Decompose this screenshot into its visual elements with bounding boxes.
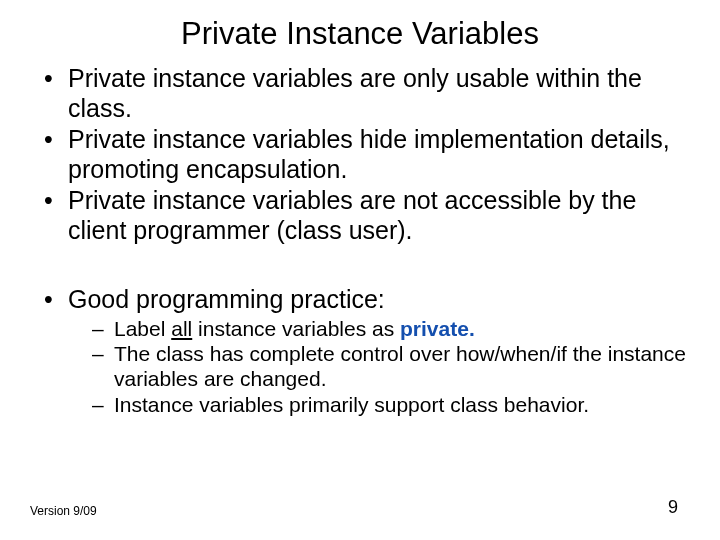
underline-text: all xyxy=(171,317,192,340)
footer-version: Version 9/09 xyxy=(30,504,97,518)
sub-text: Instance variables primarily support cla… xyxy=(114,393,589,416)
sub-bullet-item: The class has complete control over how/… xyxy=(92,342,690,392)
bullet-item: Private instance variables hide implemen… xyxy=(40,125,690,184)
sub-text: Label xyxy=(114,317,171,340)
slide-title: Private Instance Variables xyxy=(0,0,720,60)
bullet-text: Private instance variables are only usab… xyxy=(68,64,642,122)
sub-text: The class has complete control over how/… xyxy=(114,342,686,390)
bullet-list: Good programming practice: Label all ins… xyxy=(30,285,690,418)
bullet-item: Private instance variables are not acces… xyxy=(40,186,690,245)
bullet-text: Private instance variables are not acces… xyxy=(68,186,636,244)
bullet-text: Private instance variables hide implemen… xyxy=(68,125,670,183)
sub-bullet-list: Label all instance variables as private.… xyxy=(68,317,690,418)
slide: Private Instance Variables Private insta… xyxy=(0,0,720,540)
sub-text: instance variables as xyxy=(192,317,400,340)
bullet-item: Private instance variables are only usab… xyxy=(40,64,690,123)
page-number: 9 xyxy=(668,497,678,518)
keyword-private: private. xyxy=(400,317,475,340)
bullet-text: Good programming practice: xyxy=(68,285,385,313)
spacer xyxy=(0,247,720,281)
bullet-item: Good programming practice: Label all ins… xyxy=(40,285,690,418)
sub-bullet-item: Label all instance variables as private. xyxy=(92,317,690,342)
bullet-list: Private instance variables are only usab… xyxy=(30,64,690,245)
sub-bullet-item: Instance variables primarily support cla… xyxy=(92,393,690,418)
